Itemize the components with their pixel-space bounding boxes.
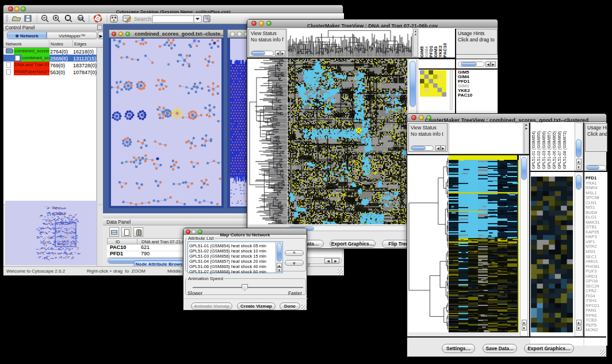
svg-text:Search:: Search: (134, 16, 153, 22)
svg-text:1:1: 1:1 (79, 17, 83, 20)
